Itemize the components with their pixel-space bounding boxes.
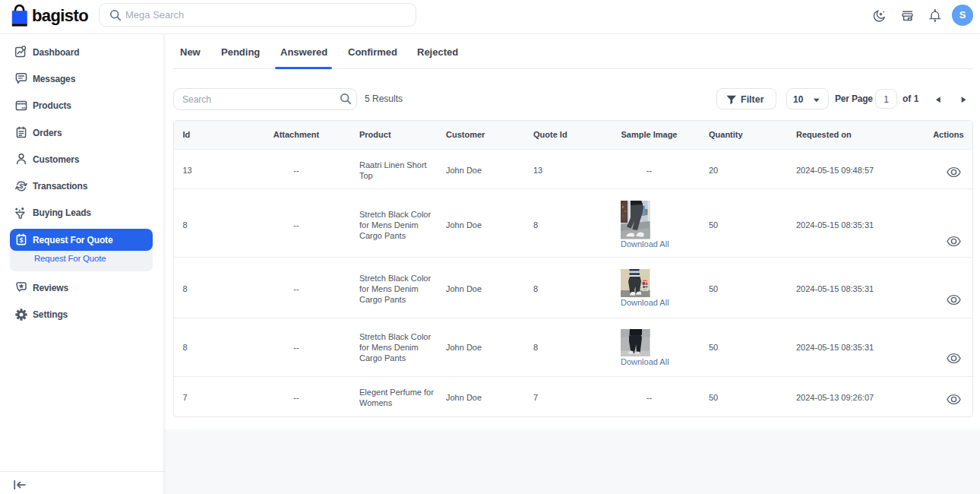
svg-text:$: $ [20,236,24,244]
svg-text:$: $ [19,182,23,190]
